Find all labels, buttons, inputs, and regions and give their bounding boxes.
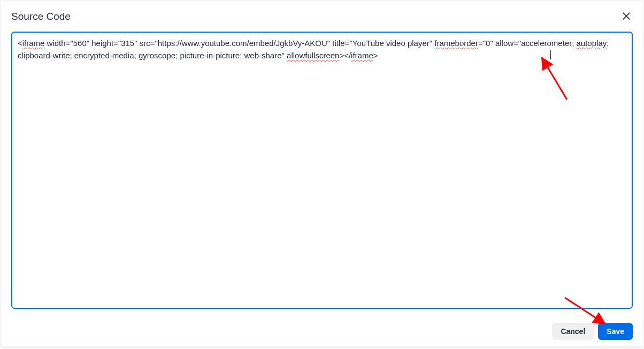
cancel-button[interactable]: Cancel xyxy=(552,323,594,340)
dialog-footer: Cancel Save xyxy=(11,323,633,340)
save-button[interactable]: Save xyxy=(598,323,633,340)
source-code-textarea[interactable] xyxy=(11,32,633,309)
dialog-header: Source Code xyxy=(11,10,633,23)
code-textarea-wrap: <iframe width="560" height="315" src="ht… xyxy=(11,32,633,311)
dialog-title: Source Code xyxy=(11,11,71,22)
close-icon xyxy=(621,11,632,23)
close-button[interactable] xyxy=(620,10,633,23)
source-code-dialog: Source Code <iframe width="560" height="… xyxy=(0,0,644,347)
